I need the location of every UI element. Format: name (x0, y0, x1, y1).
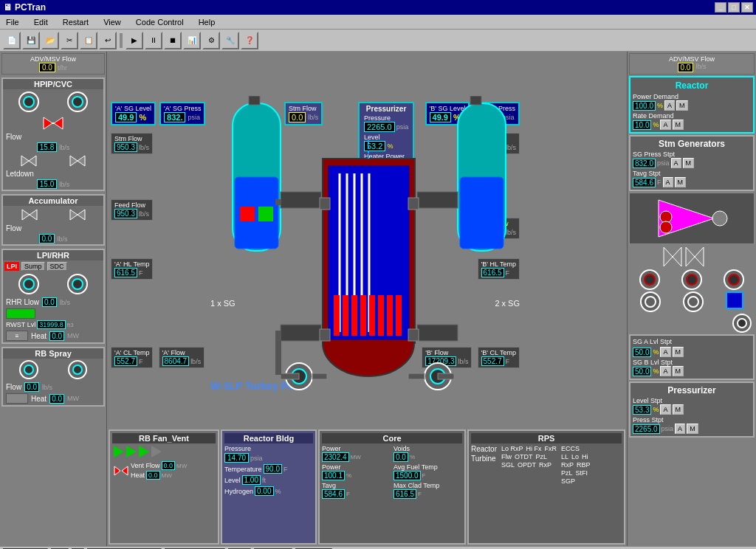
svg-rect-15 (281, 192, 321, 208)
sg-press-label: SG Press Stpt (633, 151, 675, 158)
level-stpt-m-btn[interactable]: M (673, 404, 684, 415)
rb-flow-label: Flow (6, 383, 21, 391)
comp-2 (683, 291, 704, 312)
adv-msv-unit-left: t/hr (58, 64, 67, 72)
sg-a-lvl-a-btn[interactable]: A (660, 347, 670, 357)
press-stpt-m-btn[interactable]: M (687, 424, 698, 434)
rps-hi-fx: Hi Fx (526, 445, 542, 452)
more-components (629, 291, 755, 312)
rb-flow-unit: lb/s (42, 384, 52, 391)
toolbar-btn-2[interactable]: 💾 (22, 32, 40, 49)
rps-otdt: OTDT (515, 453, 533, 460)
sg-b-lvl-a-btn[interactable]: A (660, 366, 670, 376)
rwst-level-bar (6, 308, 35, 319)
toolbar: 📄 💾 📂 ✂ 📋 ↩ ▶ ⏸ ⏹ 📊 ⚙ 🔧 ❓ (0, 30, 756, 52)
fan-arrow-3 (139, 446, 149, 458)
accumulator-title: Accumulator (3, 196, 103, 206)
sg-a-cl-flow-unit: lb/s (190, 358, 201, 365)
svg-rect-52 (312, 373, 327, 379)
press-stpt-value: 2265.0 (633, 424, 660, 434)
menu-edit[interactable]: Edit (31, 16, 51, 28)
level-stpt-a-btn[interactable]: A (660, 404, 670, 415)
svg-marker-58 (114, 466, 120, 475)
core-power2-unit: % (346, 472, 351, 479)
sdc-tab[interactable]: SDC (47, 262, 67, 271)
svg-marker-5 (70, 156, 78, 166)
toolbar-btn-7[interactable]: ▶ (126, 32, 143, 49)
menu-view[interactable]: View (100, 16, 124, 28)
toolbar-btn-3[interactable]: 📂 (41, 32, 59, 49)
sump-tab[interactable]: Sump (21, 262, 45, 271)
svg-rect-45 (320, 329, 330, 341)
rb-fan-vent-title: RB Fan_Vent (112, 433, 216, 443)
toolbar-btn-10[interactable]: 📊 (183, 32, 201, 49)
svg-marker-64 (664, 247, 673, 266)
lpi-rhr-title: LPI/RHR (3, 250, 103, 260)
svg-rect-35 (334, 295, 340, 336)
svg-rect-22 (417, 192, 458, 208)
rb-heat-label2: Heat (131, 472, 145, 479)
sg-b-lvl-m-btn[interactable]: M (673, 366, 684, 376)
core-max-clad-unit: F (418, 491, 422, 497)
tavg-a-btn[interactable]: A (663, 177, 673, 187)
svg-rect-37 (351, 295, 357, 336)
menu-bar: File Edit Restart View Code Control Help (0, 15, 756, 30)
rb-temp-value: 90.0 (264, 464, 282, 474)
rate-demand-a-btn[interactable]: A (660, 120, 670, 130)
power-demand-a-btn[interactable]: A (664, 100, 675, 111)
rb-spray-pump-2 (68, 360, 87, 379)
toolbar-btn-9[interactable]: ⏹ (164, 32, 182, 49)
menu-code-control[interactable]: Code Control (133, 16, 187, 28)
sg-a-feed-label: Feed Flow (114, 201, 149, 209)
press-stpt-label: Press Stpt (633, 416, 664, 424)
sg-press-a-btn[interactable]: A (671, 158, 681, 168)
toolbar-btn-6[interactable]: ↩ (99, 32, 117, 49)
toolbar-btn-12[interactable]: 🔧 (221, 32, 239, 49)
rate-demand-label: Rate Demand (633, 112, 674, 120)
comp-1 (640, 291, 661, 312)
toolbar-btn-8[interactable]: ⏸ (145, 32, 162, 49)
sg-a-hl-temp: 'A' HL Temp 616.5 F (111, 258, 153, 280)
svg-rect-38 (360, 295, 366, 336)
svg-point-61 (712, 211, 727, 226)
menu-help[interactable]: Help (196, 16, 219, 28)
power-demand-m-btn[interactable]: M (676, 100, 688, 111)
toolbar-btn-5[interactable]: 📋 (80, 32, 97, 49)
lpi-rhr-section: LPI/RHR LPI Sump SDC RHR Llow 0.0 lb/ (1, 249, 105, 344)
core-max-clad-value: 616.5 (394, 489, 416, 499)
rps-lo-rxp: Lo RxP (501, 445, 523, 452)
rps-rbp: RBP (577, 461, 591, 469)
toolbar-btn-1[interactable]: 📄 (3, 32, 21, 49)
rb-hydrogen-unit: % (275, 488, 281, 495)
lpi-pump-2 (67, 274, 88, 294)
tavg-m-btn[interactable]: M (675, 177, 687, 187)
svg-marker-10 (78, 210, 85, 220)
close-button[interactable]: ✕ (741, 2, 753, 13)
menu-restart[interactable]: Restart (60, 16, 92, 28)
minimize-button[interactable]: _ (715, 2, 726, 13)
adv-msv-value-right: 0.0 (678, 63, 694, 72)
rb-vent-valve (114, 466, 128, 476)
rhr-heat-icon: ≡ (6, 331, 28, 341)
sg-a-feed-value: 950.3 (114, 209, 137, 218)
svg-marker-66 (686, 247, 695, 266)
rb-heat-unit: MW (67, 395, 79, 402)
power-demand-label: Power Demand (633, 93, 678, 100)
toolbar-btn-4[interactable]: ✂ (61, 32, 78, 49)
rate-demand-unit: % (653, 121, 659, 128)
rate-demand-m-btn[interactable]: M (673, 120, 684, 130)
sg-b-lvl-label: SG B Lvl Stpt (633, 359, 673, 366)
sg-a-lvl-m-btn[interactable]: M (673, 347, 684, 357)
maximize-button[interactable]: □ (728, 2, 740, 13)
sg-press-m-btn[interactable]: M (683, 158, 695, 168)
press-stpt-a-btn[interactable]: A (675, 424, 685, 434)
sg-a-stm-flow-unit: lb/s (139, 144, 149, 151)
rps-reactor-label: Reactor (471, 445, 497, 453)
svg-marker-8 (30, 210, 37, 220)
toolbar-btn-11[interactable]: ⚙ (202, 32, 220, 49)
toolbar-btn-13[interactable]: ❓ (241, 32, 258, 49)
menu-file[interactable]: File (3, 16, 22, 28)
rb-hydrogen-value: 0.00 (255, 486, 273, 496)
signal-pump-2 (681, 269, 702, 290)
svg-rect-53 (408, 373, 425, 379)
